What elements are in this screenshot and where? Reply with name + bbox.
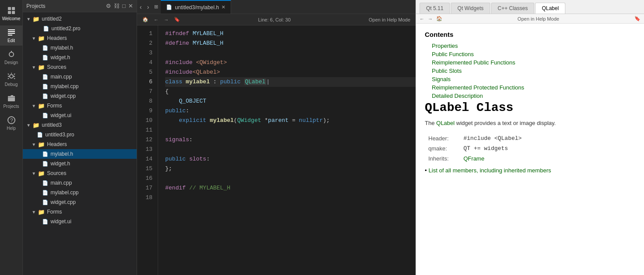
code-content[interactable]: #ifndef MYLABEL_H #define MYLABEL_H #inc… xyxy=(158,25,416,275)
code-line-13 xyxy=(165,145,416,154)
tab-nav-split[interactable]: ⊞ xyxy=(152,0,161,14)
tree-label-mylabelcpp1: mylabel.cpp xyxy=(51,83,79,89)
tab-file-icon: 📄 xyxy=(166,4,172,10)
help-mode-label[interactable]: Open in Help Mode xyxy=(369,17,410,22)
code-line-9: public: xyxy=(165,106,416,116)
tree-item-widgeth1[interactable]: 📄 widget.h xyxy=(23,53,137,62)
help-mode-text[interactable]: Open in Help Mode xyxy=(517,16,559,21)
tree-item-widgetcpp1[interactable]: 📄 widget.cpp xyxy=(23,91,137,101)
editor-tab[interactable]: 📄 untitled3/mylabel.h ✕ xyxy=(161,0,231,14)
tab-nav-next[interactable]: › xyxy=(145,0,152,14)
file-tree: ▼ 📁 untitled2 📄 untitled2.pro ▼ 📁 Header… xyxy=(23,12,137,275)
tree-label-widgetcpp2: widget.cpp xyxy=(51,199,76,205)
tree-item-mylabelh1[interactable]: 📄 mylabel.h xyxy=(23,43,137,53)
class-description: The QLabel widget provides a text or ima… xyxy=(425,120,635,126)
contents-reimplemented-protected[interactable]: Reimplemented Protected Functions xyxy=(432,84,635,91)
code-line-15: }; xyxy=(165,164,416,174)
editor-status-bar: 🏠 ← → 🔖 Line: 6, Col: 30 Open in Help Mo… xyxy=(137,14,416,25)
tree-item-sources2[interactable]: ▼ 📁 Sources xyxy=(23,168,137,178)
members-link-item: • List of all members, including inherit… xyxy=(425,167,635,174)
qlabel-link[interactable]: QLabel xyxy=(436,120,455,126)
status-left: 🏠 ← → 🔖 xyxy=(142,17,180,22)
tree-item-widgetcpp2[interactable]: 📄 widget.cpp xyxy=(23,197,137,207)
help-tab-qtwidgets[interactable]: Qt Widgets xyxy=(451,3,490,14)
minimize-icon[interactable]: □ xyxy=(122,3,126,9)
tree-item-sources1[interactable]: ▼ 📁 Sources xyxy=(23,62,137,72)
code-line-2: #define MYLABEL_H xyxy=(165,39,416,48)
tab-close-button[interactable]: ✕ xyxy=(221,4,225,10)
tree-label-widgeth1: widget.h xyxy=(51,54,70,61)
folder-icon-untitled2: 📁 xyxy=(33,16,40,22)
help-tab-cppclasses[interactable]: C++ Classes xyxy=(491,3,535,14)
tree-item-headers2[interactable]: ▼ 📁 Headers xyxy=(23,139,137,149)
link-icon[interactable]: ⛓ xyxy=(114,3,119,9)
tree-item-mylabelh2[interactable]: 📄 mylabel.h xyxy=(23,149,137,159)
tree-label-sources1: Sources xyxy=(47,64,66,70)
qframe-link[interactable]: QFrame xyxy=(463,155,485,162)
code-line-11 xyxy=(165,125,416,135)
ln-1: 1 xyxy=(137,29,152,39)
help-tab-qt511[interactable]: Qt 5.11 xyxy=(420,3,450,14)
code-line-3 xyxy=(165,48,416,58)
panel-header: Projects ⚙ ⛓ □ ✕ xyxy=(23,0,137,12)
tree-label-untitled2: untitled2 xyxy=(42,16,62,22)
sidebar-item-help[interactable]: ? Help xyxy=(0,113,22,133)
ln-2: 2 xyxy=(137,39,152,48)
ln-7: 7 xyxy=(137,87,152,96)
tree-item-mylabelcpp2[interactable]: 📄 mylabel.cpp xyxy=(23,188,137,197)
svg-rect-4 xyxy=(8,29,15,30)
tree-item-forms2[interactable]: ▼ 📁 Forms xyxy=(23,207,137,217)
file-icon-widgeth2: 📄 xyxy=(42,161,48,167)
contents-public-functions[interactable]: Public Functions xyxy=(432,51,635,57)
tree-item-widgeth2[interactable]: 📄 widget.h xyxy=(23,159,137,168)
nav-forward-btn[interactable]: → xyxy=(164,17,169,22)
tree-item-mylabelcpp1[interactable]: 📄 mylabel.cpp xyxy=(23,82,137,91)
contents-detailed-description[interactable]: Detailed Description xyxy=(432,93,635,99)
contents-public-slots[interactable]: Public Slots xyxy=(432,68,635,74)
svg-rect-0 xyxy=(8,7,11,10)
header-row: Header: #include <QLabel> xyxy=(425,133,525,143)
tree-item-untitled3pro[interactable]: 📄 untitled3.pro xyxy=(23,130,137,139)
help-bookmark-icon[interactable]: 🔖 xyxy=(634,16,640,21)
tree-item-widgetui2[interactable]: 📄 widget.ui xyxy=(23,217,137,226)
tree-item-headers1[interactable]: ▼ 📁 Headers xyxy=(23,33,137,43)
arrow-icon-untitled2: ▼ xyxy=(26,17,32,21)
contents-reimplemented-public[interactable]: Reimplemented Public Functions xyxy=(432,59,635,66)
help-nav-back[interactable]: ← xyxy=(420,16,424,21)
ln-6: 6 xyxy=(137,77,152,87)
bookmark-icon[interactable]: 🔖 xyxy=(174,17,180,22)
nav-back-btn[interactable]: ← xyxy=(154,17,159,22)
sidebar-item-design[interactable]: Design xyxy=(0,47,22,68)
close-icon[interactable]: ✕ xyxy=(128,3,133,9)
tree-item-maincpp2[interactable]: 📄 main.cpp xyxy=(23,178,137,188)
inherits-label: Inherits: xyxy=(425,154,460,164)
sidebar-item-debug[interactable]: Debug xyxy=(0,69,22,89)
help-nav-forward[interactable]: → xyxy=(428,16,433,21)
file-icon-widgetui2: 📄 xyxy=(42,219,48,225)
tree-item-untitled2[interactable]: ▼ 📁 untitled2 xyxy=(23,14,137,24)
help-tab-qlabel[interactable]: QLabel xyxy=(535,3,565,14)
code-editor[interactable]: 1 2 3 4 5 6 7 8 9 10 11 12 13 14 15 16 1… xyxy=(137,25,416,275)
contents-list: Properties Public Functions Reimplemente… xyxy=(432,43,635,99)
class-info-table: Header: #include <QLabel> qmake: QT += w… xyxy=(425,133,525,164)
tree-item-untitled3[interactable]: ▼ 📁 untitled3 xyxy=(23,120,137,130)
file-icon-wh1: 📄 xyxy=(42,55,48,61)
ln-10: 10 xyxy=(137,116,152,125)
filter-icon[interactable]: ⚙ xyxy=(106,3,111,9)
tree-item-untitled2pro[interactable]: 📄 untitled2.pro xyxy=(23,24,137,33)
tree-item-forms1[interactable]: ▼ 📁 Forms xyxy=(23,101,137,111)
tree-label-untitled2pro: untitled2.pro xyxy=(51,25,80,32)
tree-label-headers2: Headers xyxy=(47,141,67,147)
sidebar-item-edit[interactable]: Edit xyxy=(0,25,22,46)
sidebar-item-projects[interactable]: Projects xyxy=(0,91,22,111)
code-line-4: #include <QWidget> xyxy=(165,58,416,68)
all-members-link[interactable]: List of all members, including inherited… xyxy=(429,167,551,174)
contents-signals[interactable]: Signals xyxy=(432,76,635,82)
tree-item-maincpp1[interactable]: 📄 main.cpp xyxy=(23,72,137,82)
contents-properties[interactable]: Properties xyxy=(432,43,635,49)
help-home-icon[interactable]: 🏠 xyxy=(436,16,442,21)
sidebar-item-welcome[interactable]: Welcome xyxy=(0,4,22,24)
tab-nav-prev[interactable]: ‹ xyxy=(137,0,145,14)
code-line-17: #endif // MYLABEL_H xyxy=(165,183,416,193)
tree-item-widgetui1[interactable]: 📄 widget.ui xyxy=(23,111,137,120)
